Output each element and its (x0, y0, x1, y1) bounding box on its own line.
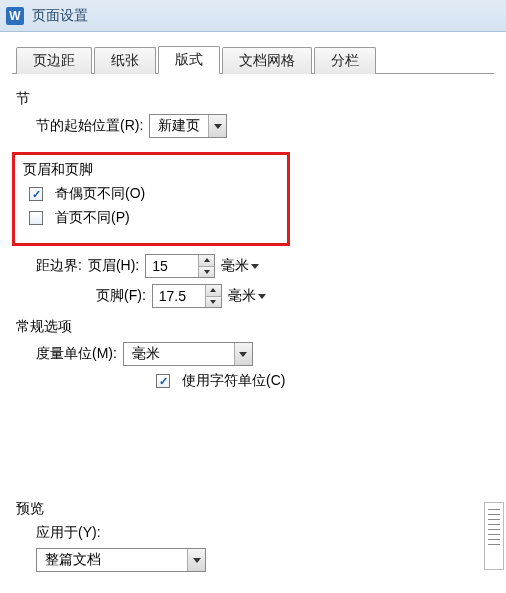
spin-up-icon[interactable] (206, 285, 221, 297)
tab-grid[interactable]: 文档网格 (222, 47, 312, 74)
footer-unit-dropdown[interactable]: 毫米 (228, 287, 266, 305)
char-unit-label: 使用字符单位(C) (182, 372, 285, 390)
chevron-down-icon (258, 294, 266, 299)
dropdown-icon (208, 115, 226, 137)
footer-spinner[interactable] (152, 284, 222, 308)
window-title: 页面设置 (32, 7, 88, 25)
odd-even-checkbox[interactable] (29, 187, 43, 201)
general-heading: 常规选项 (16, 318, 490, 336)
tab-margins[interactable]: 页边距 (16, 47, 92, 74)
unit-value: 毫米 (124, 345, 234, 363)
header-label: 页眉(H): (88, 257, 139, 275)
app-icon: W (6, 7, 24, 25)
tabbar: 页边距 纸张 版式 文档网格 分栏 (12, 46, 494, 74)
highlight-box: 页眉和页脚 奇偶页不同(O) 首页不同(P) (12, 152, 290, 246)
chevron-down-icon (251, 264, 259, 269)
section-start-select[interactable]: 新建页 (149, 114, 227, 138)
first-page-checkbox[interactable] (29, 211, 43, 225)
char-unit-checkbox[interactable] (156, 374, 170, 388)
preview-heading: 预览 (16, 500, 490, 518)
footer-unit-text: 毫米 (228, 287, 256, 305)
dialog-content: 页边距 纸张 版式 文档网格 分栏 节 节的起始位置(R): 新建页 页眉和页脚… (0, 32, 506, 572)
unit-select[interactable]: 毫米 (123, 342, 253, 366)
first-page-label: 首页不同(P) (55, 209, 130, 227)
tab-columns[interactable]: 分栏 (314, 47, 376, 74)
distance-label: 距边界: (36, 257, 82, 275)
unit-label: 度量单位(M): (36, 345, 117, 363)
spin-up-icon[interactable] (199, 255, 214, 267)
header-unit-text: 毫米 (221, 257, 249, 275)
tab-paper[interactable]: 纸张 (94, 47, 156, 74)
titlebar: W 页面设置 (0, 0, 506, 32)
header-unit-dropdown[interactable]: 毫米 (221, 257, 259, 275)
header-spinner[interactable] (145, 254, 215, 278)
spin-down-icon[interactable] (199, 267, 214, 278)
footer-label: 页脚(F): (96, 287, 146, 305)
dropdown-icon (187, 549, 205, 571)
footer-value-input[interactable] (153, 285, 205, 307)
section-heading: 节 (16, 90, 490, 108)
dropdown-icon (234, 343, 252, 365)
apply-select[interactable]: 整篇文档 (36, 548, 206, 572)
section-start-value: 新建页 (150, 117, 208, 135)
spin-down-icon[interactable] (206, 297, 221, 308)
header-value-input[interactable] (146, 255, 198, 277)
preview-thumbnail (484, 502, 504, 570)
header-footer-heading: 页眉和页脚 (23, 161, 277, 179)
tab-layout[interactable]: 版式 (158, 46, 220, 74)
apply-label: 应用于(Y): (36, 524, 101, 542)
apply-value: 整篇文档 (37, 551, 187, 569)
section-start-label: 节的起始位置(R): (36, 117, 143, 135)
odd-even-label: 奇偶页不同(O) (55, 185, 145, 203)
